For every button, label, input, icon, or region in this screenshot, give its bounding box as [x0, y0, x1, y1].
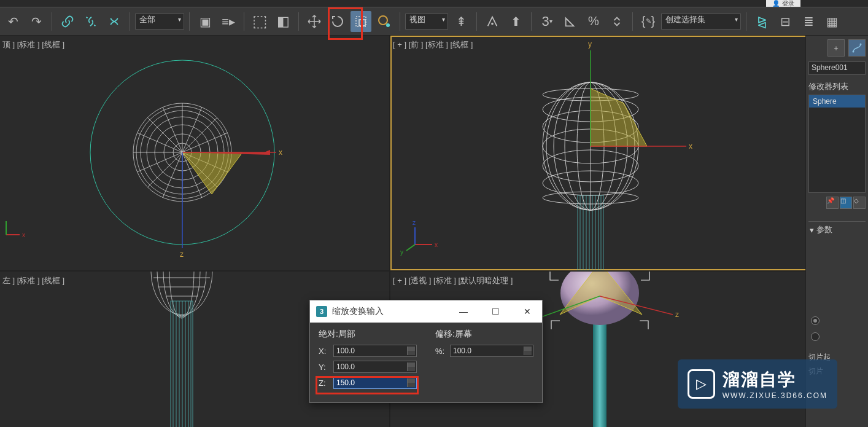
svg-rect-71 — [593, 321, 606, 427]
svg-point-2 — [379, 16, 387, 25]
watermark: ▷ 溜溜自学 WWW.ZIXUE.3D66.COM — [678, 359, 837, 409]
spinner-snap-button[interactable] — [606, 11, 627, 32]
svg-point-4 — [491, 22, 494, 25]
play-icon: ▷ — [688, 369, 715, 399]
x-spinner[interactable]: 100.0 — [333, 345, 417, 357]
modifier-list-label: 修改器列表 — [808, 81, 866, 92]
select-object-button[interactable]: ▣ — [195, 11, 215, 32]
viewport-top[interactable]: 顶 ] [标准 ] [线框 ] — [0, 36, 389, 270]
pct-spinner[interactable]: 100.0 — [450, 345, 533, 357]
show-end-result-button[interactable]: ◫ — [840, 197, 852, 209]
mirror-button[interactable]: ⧎ — [751, 11, 772, 32]
bind-button[interactable] — [104, 11, 125, 32]
svg-rect-0 — [356, 17, 366, 26]
minimize-button[interactable]: — — [455, 307, 472, 316]
undo-button[interactable]: ↶ — [2, 11, 23, 32]
rotate-button[interactable] — [327, 11, 348, 32]
link-button[interactable] — [57, 11, 78, 32]
radio-2[interactable] — [811, 332, 820, 341]
edit-named-sel-button[interactable]: {✎} — [638, 11, 659, 32]
svg-text:z: z — [180, 250, 184, 259]
filter-dd[interactable]: 全部 — [135, 14, 184, 29]
layers-button[interactable]: ≣ — [798, 11, 819, 32]
chevron-down-icon: ▾ — [810, 225, 814, 235]
main-toolbar: ↶ ↷ 全部 ▣ ≡▸ ⬚ ◧ 视图 ⇞ ⬆ 3▾ % {✎} 创建选择集 ⧎ … — [0, 7, 868, 36]
abs-local-label: 绝对:局部 — [319, 329, 417, 340]
viewport-top-canvas: x z x — [0, 36, 389, 270]
radio-1[interactable] — [811, 316, 820, 325]
close-button[interactable]: ✕ — [519, 307, 536, 316]
pin-stack-button[interactable]: 📌 — [826, 197, 839, 209]
svg-text:y: y — [588, 40, 592, 49]
viewport-persp-label: [ + ] [透视 ] [标准 ] [默认明暗处理 ] — [393, 275, 513, 286]
scale-transform-dialog: 3 缩放变换输入 — ☐ ✕ 绝对:局部 X: 100.0 Y: 100.0 Z… — [309, 300, 543, 403]
keyboard-shortcut-button[interactable]: ⬆ — [505, 11, 526, 32]
svg-text:y: y — [400, 249, 403, 256]
manipulate-button[interactable] — [482, 11, 503, 32]
svg-rect-1 — [359, 20, 365, 26]
scale-button[interactable] — [351, 11, 371, 32]
maximize-button[interactable]: ☐ — [487, 307, 504, 316]
svg-text:z: z — [413, 219, 416, 226]
svg-text:x: x — [22, 232, 25, 238]
viewport-front-canvas: x y x z y — [390, 36, 807, 270]
redo-button[interactable]: ↷ — [26, 11, 47, 32]
svg-text:x: x — [435, 241, 438, 248]
watermark-small: WWW.ZIXUE.3D66.COM — [723, 391, 827, 400]
viewport-left-label: 左 ] [标准 ] [线框 ] — [2, 275, 64, 286]
select-window-crossing[interactable]: ◧ — [273, 11, 293, 32]
svg-line-58 — [406, 245, 415, 251]
svg-text:z: z — [675, 310, 679, 319]
object-name-field[interactable]: Sphere001 — [808, 61, 866, 75]
app-icon: 3 — [316, 306, 327, 317]
offset-screen-label: 偏移:屏幕 — [435, 329, 533, 340]
viewport-top-label: 顶 ] [标准 ] [线框 ] — [2, 39, 64, 50]
ribbon-button[interactable]: ▦ — [821, 11, 842, 32]
modifier-item-sphere[interactable]: Sphere — [809, 95, 865, 108]
svg-rect-63 — [171, 301, 193, 427]
rollout-params[interactable]: ▾ 参数 — [808, 221, 866, 238]
y-label: Y: — [319, 362, 330, 372]
svg-text:x: x — [689, 142, 692, 151]
viewport-front-label: [ + ] [前 ] [标准 ] [线框 ] — [393, 39, 473, 50]
modify-tab[interactable] — [848, 39, 866, 57]
modifier-stack[interactable]: Sphere — [808, 95, 866, 193]
make-unique-button[interactable]: ◇ — [853, 197, 866, 209]
dialog-titlebar[interactable]: 3 缩放变换输入 — ☐ ✕ — [310, 300, 542, 323]
z-label: Z: — [319, 378, 330, 388]
unlink-button[interactable] — [80, 11, 101, 32]
pct-label: %: — [435, 347, 446, 356]
y-spinner[interactable]: 100.0 — [333, 361, 417, 373]
create-tab[interactable]: ＋ — [827, 39, 845, 57]
login-bar[interactable]: 👤登录 — [766, 0, 800, 7]
snap-toggle[interactable]: 3▾ — [537, 11, 557, 32]
x-label: X: — [319, 347, 330, 356]
placement-button[interactable] — [374, 11, 395, 32]
watermark-big: 溜溜自学 — [723, 368, 827, 391]
dialog-title: 缩放变换输入 — [332, 306, 384, 317]
svg-point-76 — [853, 51, 854, 53]
ref-coord-dd[interactable]: 视图 — [405, 14, 448, 29]
z-spinner[interactable]: 150.0 — [333, 377, 417, 389]
select-name-button[interactable]: ≡▸ — [218, 11, 239, 32]
svg-point-3 — [386, 23, 390, 27]
viewport-front[interactable]: [ + ] [前 ] [标准 ] [线框 ] — [390, 36, 807, 270]
select-region-rect[interactable]: ⬚ — [249, 11, 270, 32]
move-button[interactable] — [304, 11, 325, 32]
pivot-button[interactable]: ⇞ — [451, 11, 471, 32]
percent-snap-button[interactable]: % — [583, 11, 604, 32]
align-button[interactable]: ⊟ — [775, 11, 796, 32]
angle-snap-button[interactable] — [560, 11, 581, 32]
svg-point-77 — [860, 44, 862, 45]
selection-set-dd[interactable]: 创建选择集 — [661, 14, 741, 29]
svg-text:x: x — [279, 148, 282, 157]
